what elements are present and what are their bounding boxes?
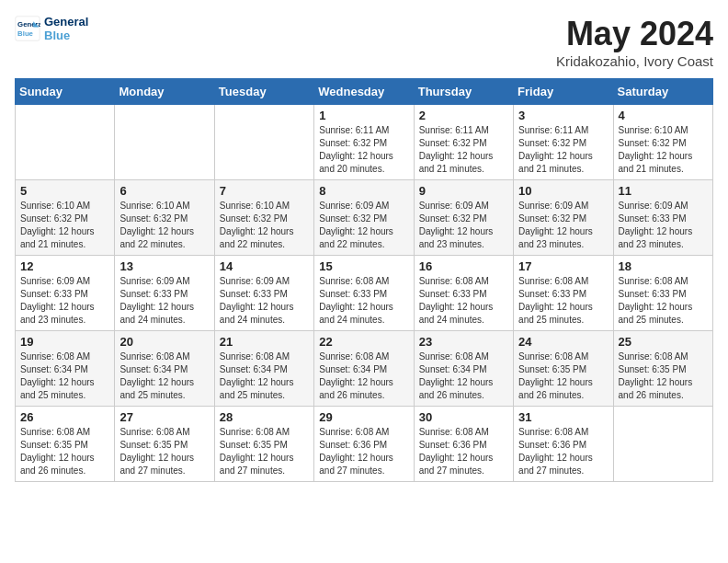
day-info: Sunrise: 6:11 AM Sunset: 6:32 PM Dayligh… — [419, 124, 508, 176]
day-number: 4 — [619, 109, 708, 122]
day-info: Sunrise: 6:08 AM Sunset: 6:34 PM Dayligh… — [319, 350, 408, 402]
weekday-header-saturday: Saturday — [613, 79, 712, 105]
calendar-cell: 4Sunrise: 6:10 AM Sunset: 6:32 PM Daylig… — [613, 105, 712, 180]
day-number: 8 — [319, 184, 408, 198]
day-number: 18 — [619, 259, 708, 273]
calendar-cell: 17Sunrise: 6:08 AM Sunset: 6:33 PM Dayli… — [514, 256, 613, 331]
calendar-cell: 1Sunrise: 6:11 AM Sunset: 6:32 PM Daylig… — [314, 105, 414, 180]
calendar-cell: 5Sunrise: 6:10 AM Sunset: 6:32 PM Daylig… — [16, 180, 115, 256]
calendar-cell — [115, 105, 214, 180]
calendar-cell: 29Sunrise: 6:08 AM Sunset: 6:36 PM Dayli… — [314, 407, 414, 482]
day-number: 9 — [419, 184, 508, 198]
calendar-cell: 8Sunrise: 6:09 AM Sunset: 6:32 PM Daylig… — [314, 180, 414, 256]
day-number: 13 — [119, 259, 209, 273]
day-number: 23 — [419, 335, 508, 349]
day-info: Sunrise: 6:10 AM Sunset: 6:32 PM Dayligh… — [220, 200, 309, 251]
day-number: 14 — [220, 259, 309, 273]
svg-text:General: General — [17, 20, 40, 29]
day-number: 27 — [119, 410, 209, 424]
calendar-cell: 14Sunrise: 6:09 AM Sunset: 6:33 PM Dayli… — [214, 256, 313, 331]
day-number: 22 — [319, 335, 408, 349]
calendar-week-1: 1Sunrise: 6:11 AM Sunset: 6:32 PM Daylig… — [16, 105, 713, 180]
calendar-week-3: 12Sunrise: 6:09 AM Sunset: 6:33 PM Dayli… — [16, 256, 713, 331]
day-number: 16 — [419, 259, 508, 273]
day-info: Sunrise: 6:09 AM Sunset: 6:33 PM Dayligh… — [220, 275, 309, 327]
title-area: May 2024 Kridakozahio, Ivory Coast — [556, 15, 713, 69]
month-title: May 2024 — [556, 15, 713, 53]
day-info: Sunrise: 6:11 AM Sunset: 6:32 PM Dayligh… — [319, 124, 408, 176]
day-info: Sunrise: 6:09 AM Sunset: 6:33 PM Dayligh… — [619, 200, 708, 251]
day-number: 31 — [518, 410, 608, 424]
weekday-header-friday: Friday — [514, 79, 613, 105]
day-info: Sunrise: 6:09 AM Sunset: 6:33 PM Dayligh… — [119, 275, 209, 327]
day-info: Sunrise: 6:08 AM Sunset: 6:36 PM Dayligh… — [419, 426, 508, 477]
logo-icon: General Blue — [15, 16, 40, 41]
day-info: Sunrise: 6:08 AM Sunset: 6:35 PM Dayligh… — [119, 426, 209, 477]
calendar-cell — [16, 105, 115, 180]
day-info: Sunrise: 6:08 AM Sunset: 6:36 PM Dayligh… — [518, 426, 608, 477]
day-number: 17 — [518, 259, 608, 273]
weekday-header-wednesday: Wednesday — [314, 79, 414, 105]
day-info: Sunrise: 6:09 AM Sunset: 6:32 PM Dayligh… — [319, 200, 408, 251]
day-number: 10 — [518, 184, 608, 198]
weekday-header-thursday: Thursday — [414, 79, 513, 105]
calendar-week-5: 26Sunrise: 6:08 AM Sunset: 6:35 PM Dayli… — [16, 407, 713, 482]
calendar-cell: 9Sunrise: 6:09 AM Sunset: 6:32 PM Daylig… — [414, 180, 513, 256]
day-number: 1 — [319, 109, 408, 122]
day-number: 3 — [518, 109, 608, 122]
calendar-cell: 26Sunrise: 6:08 AM Sunset: 6:35 PM Dayli… — [16, 407, 115, 482]
day-number: 19 — [20, 335, 109, 349]
calendar-cell: 13Sunrise: 6:09 AM Sunset: 6:33 PM Dayli… — [115, 256, 214, 331]
day-number: 12 — [20, 259, 109, 273]
calendar-table: SundayMondayTuesdayWednesdayThursdayFrid… — [15, 78, 713, 482]
calendar-cell: 6Sunrise: 6:10 AM Sunset: 6:32 PM Daylig… — [115, 180, 214, 256]
day-info: Sunrise: 6:10 AM Sunset: 6:32 PM Dayligh… — [20, 200, 109, 251]
day-number: 6 — [119, 184, 209, 198]
day-number: 7 — [220, 184, 309, 198]
calendar-cell: 12Sunrise: 6:09 AM Sunset: 6:33 PM Dayli… — [16, 256, 115, 331]
calendar-cell: 28Sunrise: 6:08 AM Sunset: 6:35 PM Dayli… — [214, 407, 313, 482]
weekday-header-monday: Monday — [115, 79, 214, 105]
day-number: 20 — [119, 335, 209, 349]
day-info: Sunrise: 6:08 AM Sunset: 6:35 PM Dayligh… — [619, 350, 708, 402]
day-info: Sunrise: 6:11 AM Sunset: 6:32 PM Dayligh… — [518, 124, 608, 176]
calendar-cell — [214, 105, 313, 180]
calendar-cell: 31Sunrise: 6:08 AM Sunset: 6:36 PM Dayli… — [514, 407, 613, 482]
calendar-cell — [613, 407, 712, 482]
day-number: 28 — [220, 410, 309, 424]
calendar-cell: 11Sunrise: 6:09 AM Sunset: 6:33 PM Dayli… — [613, 180, 712, 256]
header: General Blue General Blue May 2024 Krida… — [15, 15, 713, 69]
day-info: Sunrise: 6:09 AM Sunset: 6:33 PM Dayligh… — [20, 275, 109, 327]
day-info: Sunrise: 6:08 AM Sunset: 6:34 PM Dayligh… — [419, 350, 508, 402]
calendar-cell: 19Sunrise: 6:08 AM Sunset: 6:34 PM Dayli… — [16, 331, 115, 407]
calendar-cell: 24Sunrise: 6:08 AM Sunset: 6:35 PM Dayli… — [514, 331, 613, 407]
svg-text:Blue: Blue — [17, 29, 34, 38]
day-info: Sunrise: 6:08 AM Sunset: 6:36 PM Dayligh… — [319, 426, 408, 477]
calendar-cell: 30Sunrise: 6:08 AM Sunset: 6:36 PM Dayli… — [414, 407, 513, 482]
weekday-header-tuesday: Tuesday — [214, 79, 313, 105]
calendar-week-4: 19Sunrise: 6:08 AM Sunset: 6:34 PM Dayli… — [16, 331, 713, 407]
day-info: Sunrise: 6:08 AM Sunset: 6:35 PM Dayligh… — [20, 426, 109, 477]
day-info: Sunrise: 6:08 AM Sunset: 6:33 PM Dayligh… — [619, 275, 708, 327]
day-info: Sunrise: 6:09 AM Sunset: 6:32 PM Dayligh… — [518, 200, 608, 251]
calendar-cell: 20Sunrise: 6:08 AM Sunset: 6:34 PM Dayli… — [115, 331, 214, 407]
day-number: 24 — [518, 335, 608, 349]
weekday-header-sunday: Sunday — [16, 79, 115, 105]
logo: General Blue General Blue — [15, 15, 88, 42]
calendar-cell: 3Sunrise: 6:11 AM Sunset: 6:32 PM Daylig… — [514, 105, 613, 180]
day-info: Sunrise: 6:08 AM Sunset: 6:34 PM Dayligh… — [119, 350, 209, 402]
day-number: 29 — [319, 410, 408, 424]
calendar-cell: 16Sunrise: 6:08 AM Sunset: 6:33 PM Dayli… — [414, 256, 513, 331]
day-info: Sunrise: 6:08 AM Sunset: 6:34 PM Dayligh… — [220, 350, 309, 402]
day-number: 30 — [419, 410, 508, 424]
day-info: Sunrise: 6:09 AM Sunset: 6:32 PM Dayligh… — [419, 200, 508, 251]
calendar-cell: 15Sunrise: 6:08 AM Sunset: 6:33 PM Dayli… — [314, 256, 414, 331]
day-number: 11 — [619, 184, 708, 198]
calendar-cell: 10Sunrise: 6:09 AM Sunset: 6:32 PM Dayli… — [514, 180, 613, 256]
day-info: Sunrise: 6:08 AM Sunset: 6:35 PM Dayligh… — [220, 426, 309, 477]
calendar-cell: 23Sunrise: 6:08 AM Sunset: 6:34 PM Dayli… — [414, 331, 513, 407]
calendar-cell: 2Sunrise: 6:11 AM Sunset: 6:32 PM Daylig… — [414, 105, 513, 180]
weekday-header-row: SundayMondayTuesdayWednesdayThursdayFrid… — [16, 79, 713, 105]
calendar-cell: 27Sunrise: 6:08 AM Sunset: 6:35 PM Dayli… — [115, 407, 214, 482]
calendar-cell: 7Sunrise: 6:10 AM Sunset: 6:32 PM Daylig… — [214, 180, 313, 256]
